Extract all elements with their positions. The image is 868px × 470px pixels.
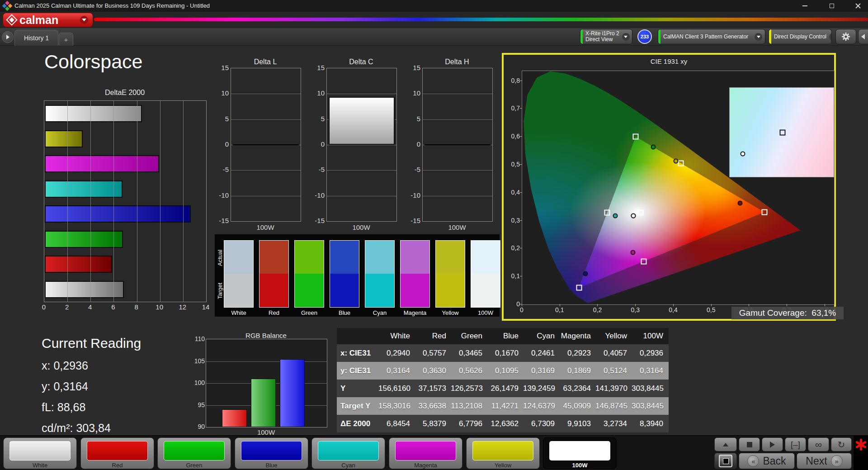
- target-row-label: Target: [217, 275, 224, 307]
- current-reading-title: Current Reading: [42, 336, 141, 351]
- pattern-button-blue[interactable]: Blue: [235, 437, 308, 469]
- rgb-y-tick-label: 105: [187, 357, 205, 365]
- rgb-y-tick-label: 100: [187, 379, 205, 386]
- pattern-button-yellow[interactable]: Yellow: [466, 437, 540, 469]
- tab-label: History 1: [24, 34, 49, 42]
- pattern-generator-dropdown[interactable]: CalMAN Client 3 Pattern Generator: [658, 29, 765, 44]
- deltae-x-tick-label: 12: [179, 303, 187, 311]
- delta-h-plot-area: [422, 68, 493, 222]
- table-column-header: 100W: [632, 332, 668, 341]
- close-button[interactable]: [849, 0, 867, 12]
- table-cell: 158,3016: [378, 402, 415, 411]
- table-column-header: Green: [451, 332, 487, 341]
- restore-button[interactable]: [823, 0, 841, 12]
- pattern-swatch: [164, 441, 225, 461]
- swatch-pair: [365, 240, 395, 308]
- infinity-icon: ∞: [815, 440, 822, 449]
- play-button[interactable]: [762, 437, 783, 451]
- cie-x-tick: [635, 304, 636, 306]
- rgb-y-tick-label: 90: [187, 423, 205, 430]
- continuous-button[interactable]: ∞: [808, 437, 829, 451]
- pattern-button-green[interactable]: Green: [157, 437, 231, 469]
- pattern-button-label: Green: [158, 462, 231, 469]
- table-cell: 26,1479: [487, 384, 523, 393]
- back-button[interactable]: « Back: [739, 453, 795, 469]
- delta-gridline: [231, 196, 301, 196]
- display-control-dropdown[interactable]: Direct Display Control: [769, 29, 832, 44]
- pattern-swatch: [241, 441, 302, 461]
- cie-y-tick-label: 0: [505, 300, 520, 308]
- tab-history-1[interactable]: History 1: [14, 30, 58, 46]
- delta-gridline: [231, 170, 301, 171]
- pattern-button-label: Yellow: [467, 462, 539, 469]
- swatch-target: [471, 274, 500, 307]
- table-cell: 126,2573: [451, 384, 487, 393]
- tab-scroll-button[interactable]: [2, 31, 14, 43]
- window-title: Calman 2025 Calman Ultimate for Business…: [14, 2, 210, 9]
- cie-x-tick: [597, 304, 598, 306]
- cie-measured-cyan: [613, 214, 618, 218]
- delta-gridline: [327, 170, 396, 171]
- calman-window: Calman 2025 Calman Ultimate for Business…: [0, 0, 868, 470]
- meter-dropdown[interactable]: X-Rite i1Pro 2Direct View: [580, 29, 632, 44]
- interval-button[interactable]: [–]: [785, 437, 806, 451]
- next-button[interactable]: Next »: [797, 453, 852, 469]
- delta-y-tick-label: -15: [308, 217, 325, 224]
- pattern-button-red[interactable]: Red: [80, 437, 154, 469]
- pattern-button-cyan[interactable]: Cyan: [311, 437, 385, 469]
- rgb-balance-chart: RGB Balance 100W 1101051009590: [183, 332, 332, 437]
- swatch-column-cyan: Cyan: [365, 240, 395, 316]
- deltae-x-tick-label: 2: [65, 303, 69, 311]
- deltae-x-tick-label: 0: [42, 303, 46, 311]
- deltae-x-tick-label: 8: [134, 303, 138, 311]
- swatch-actual: [365, 241, 394, 274]
- cie-target-white: [637, 209, 643, 215]
- delta-gridline: [327, 196, 396, 196]
- panel-expand-button[interactable]: [714, 437, 737, 451]
- stop-button[interactable]: [739, 437, 760, 451]
- cie-y-tick: [520, 192, 522, 193]
- deltae-bar-blue: [45, 205, 191, 223]
- table-row: x: CIE310,29400,57570,34650,16700,24610,…: [337, 344, 669, 362]
- table-cell: 6,7796: [451, 419, 487, 428]
- cie-measured-magenta: [630, 250, 635, 255]
- minimize-button[interactable]: [796, 0, 814, 12]
- pattern-button-white[interactable]: White: [3, 437, 77, 469]
- table-row-label: y: CIE31: [337, 366, 378, 375]
- cie-y-tick-label: 0,1: [505, 272, 520, 280]
- play-icon: [770, 442, 775, 448]
- table-cell: 11,4271: [487, 402, 523, 411]
- refresh-button[interactable]: ↻: [831, 437, 852, 451]
- deltae-gridline: [183, 101, 184, 302]
- table-cell: 156,6160: [378, 384, 415, 393]
- settings-button[interactable]: [835, 29, 856, 44]
- back-label: Back: [763, 455, 786, 467]
- cie-x-tick: [749, 304, 749, 306]
- table-cell: 0,4057: [595, 349, 632, 358]
- meter-count-badge[interactable]: 233: [637, 29, 652, 44]
- delta-l-plot-area: [231, 68, 301, 222]
- delta-y-tick-label: -5: [212, 166, 229, 173]
- swatch-column-white: White: [224, 240, 254, 316]
- collapse-panel-button[interactable]: [858, 29, 868, 44]
- deltae-bar-magenta: [45, 155, 159, 172]
- swatch-name-label: 100W: [471, 309, 500, 316]
- pattern-window-button[interactable]: [714, 453, 737, 469]
- table-cell: 0,5626: [451, 366, 487, 375]
- deltae-x-tick-label: 14: [202, 303, 210, 311]
- delta-y-tick-label: -10: [212, 191, 229, 199]
- table-cell: 8,3940: [632, 419, 668, 428]
- calman-asterisk-zone: [854, 436, 868, 470]
- rgb-bar-blue: [280, 359, 305, 427]
- cie-target-green: [633, 134, 639, 140]
- pattern-button-magenta[interactable]: Magenta: [389, 437, 462, 469]
- reading-fl: fL: 88,68: [42, 401, 141, 414]
- delta-y-tick-label: 5: [308, 115, 325, 123]
- deltae2000-x-axis: 02468101214: [44, 303, 206, 312]
- deltae-gridline: [137, 101, 137, 302]
- cie-y-tick: [520, 304, 522, 304]
- add-tab-button[interactable]: +: [59, 33, 73, 46]
- calman-menu-button[interactable]: calman: [3, 13, 93, 27]
- pattern-button-100w[interactable]: 100W: [543, 437, 617, 469]
- cie-measured-red: [738, 200, 743, 205]
